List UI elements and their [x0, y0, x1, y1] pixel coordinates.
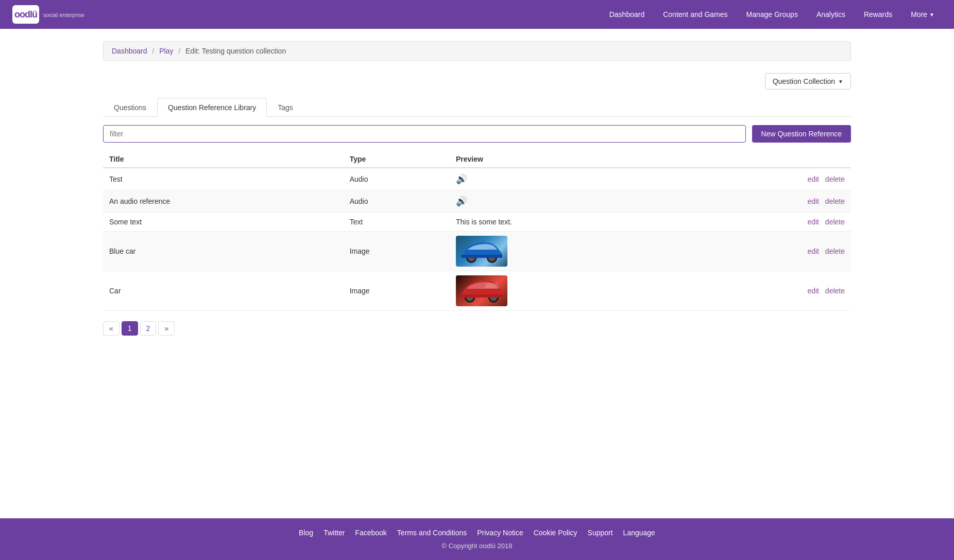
logo-text: oodlü [14, 9, 37, 20]
page-prev[interactable]: « [103, 321, 120, 336]
footer-blog[interactable]: Blog [299, 529, 313, 537]
row-actions: edit delete [674, 232, 851, 271]
edit-link[interactable]: edit [807, 218, 819, 226]
footer: Blog Twitter Facebook Terms and Conditio… [0, 518, 954, 560]
row-preview [450, 271, 674, 311]
col-title: Title [103, 151, 344, 168]
table-row: An audio reference Audio 🔊 edit delete [103, 190, 851, 213]
delete-link[interactable]: delete [825, 218, 845, 226]
breadcrumb-sep-1: / [152, 47, 154, 55]
col-type: Type [344, 151, 450, 168]
nav-links: Dashboard Content and Games Manage Group… [602, 6, 942, 23]
row-type: Audio [344, 168, 450, 190]
red-car-image [456, 275, 507, 306]
col-preview: Preview [450, 151, 674, 168]
footer-twitter[interactable]: Twitter [323, 529, 345, 537]
edit-link[interactable]: edit [807, 175, 819, 183]
page-2[interactable]: 2 [140, 321, 157, 336]
footer-facebook[interactable]: Facebook [355, 529, 386, 537]
col-actions [674, 151, 851, 168]
question-collection-dropdown[interactable]: Question Collection ▼ [765, 73, 851, 90]
row-preview [450, 232, 674, 271]
breadcrumb-play[interactable]: Play [159, 47, 173, 55]
table-row: Some text Text This is some text. edit d… [103, 213, 851, 232]
footer-privacy[interactable]: Privacy Notice [477, 529, 523, 537]
audio-icon[interactable]: 🔊 [456, 196, 467, 206]
row-actions: edit delete [674, 213, 851, 232]
nav-more[interactable]: More ▼ [904, 6, 942, 23]
row-type: Image [344, 232, 450, 271]
table-header: Title Type Preview [103, 151, 851, 168]
nav-rewards[interactable]: Rewards [857, 6, 899, 23]
breadcrumb-dashboard[interactable]: Dashboard [112, 47, 147, 55]
row-preview: 🔊 [450, 168, 674, 190]
row-preview: 🔊 [450, 190, 674, 213]
breadcrumb-current: Edit: Testing question collection [185, 47, 286, 55]
row-type: Text [344, 213, 450, 232]
nav-content[interactable]: Content and Games [656, 6, 735, 23]
table-row: Test Audio 🔊 edit delete [103, 168, 851, 190]
footer-language[interactable]: Language [623, 529, 655, 537]
footer-support[interactable]: Support [588, 529, 613, 537]
footer-cookie[interactable]: Cookie Policy [534, 529, 577, 537]
blue-car-svg [458, 238, 505, 264]
nav-groups[interactable]: Manage Groups [739, 6, 805, 23]
delete-link[interactable]: delete [825, 247, 845, 255]
row-preview: This is some text. [450, 213, 674, 232]
row-title: Car [103, 271, 344, 311]
blue-car-image [456, 236, 507, 267]
page-1[interactable]: 1 [122, 321, 138, 336]
logo-sub: social enterprise [43, 12, 84, 18]
edit-link[interactable]: edit [807, 197, 819, 205]
nav-analytics[interactable]: Analytics [809, 6, 853, 23]
breadcrumb: Dashboard / Play / Edit: Testing questio… [103, 41, 851, 61]
footer-copyright: © Copyright oodlü 2018 [10, 542, 944, 550]
new-question-reference-button[interactable]: New Question Reference [752, 125, 851, 143]
red-car-svg [458, 278, 505, 304]
tab-question-reference-library[interactable]: Question Reference Library [157, 98, 267, 117]
filter-row: New Question Reference [103, 125, 851, 143]
edit-link[interactable]: edit [807, 247, 819, 255]
logo-box: oodlü [12, 5, 39, 24]
tab-questions[interactable]: Questions [103, 98, 157, 117]
filter-input[interactable] [103, 125, 746, 143]
delete-link[interactable]: delete [825, 287, 845, 295]
tabs: Questions Question Reference Library Tag… [103, 98, 851, 117]
audio-icon[interactable]: 🔊 [456, 174, 467, 184]
page-next[interactable]: » [158, 321, 175, 336]
delete-link[interactable]: delete [825, 175, 845, 183]
row-actions: edit delete [674, 271, 851, 311]
reference-table: Title Type Preview Test Audio 🔊 edit del… [103, 151, 851, 311]
chevron-down-icon: ▼ [929, 12, 934, 18]
row-actions: edit delete [674, 190, 851, 213]
svg-rect-4 [461, 255, 502, 258]
tab-tags[interactable]: Tags [267, 98, 304, 117]
nav-dashboard[interactable]: Dashboard [602, 6, 652, 23]
row-actions: edit delete [674, 168, 851, 190]
delete-link[interactable]: delete [825, 197, 845, 205]
breadcrumb-sep-2: / [178, 47, 180, 55]
footer-links: Blog Twitter Facebook Terms and Conditio… [10, 529, 944, 537]
table-body: Test Audio 🔊 edit delete An audio refere… [103, 168, 851, 311]
footer-terms[interactable]: Terms and Conditions [397, 529, 467, 537]
table-row: Blue car Image [103, 232, 851, 271]
edit-link[interactable]: edit [807, 287, 819, 295]
main-content: Dashboard / Play / Edit: Testing questio… [0, 29, 954, 518]
dropdown-caret-icon: ▼ [838, 79, 843, 84]
pagination: « 1 2 » [103, 321, 851, 336]
row-title: An audio reference [103, 190, 344, 213]
brand: oodlü social enterprise [12, 5, 84, 24]
row-title: Some text [103, 213, 344, 232]
dropdown-label: Question Collection [773, 77, 835, 85]
text-preview: This is some text. [456, 218, 512, 226]
top-right-area: Question Collection ▼ [103, 73, 851, 90]
row-title: Blue car [103, 232, 344, 271]
row-type: Image [344, 271, 450, 311]
table-row: Car Image [103, 271, 851, 311]
navbar: oodlü social enterprise Dashboard Conten… [0, 0, 954, 29]
row-type: Audio [344, 190, 450, 213]
row-title: Test [103, 168, 344, 190]
svg-rect-9 [461, 294, 503, 297]
